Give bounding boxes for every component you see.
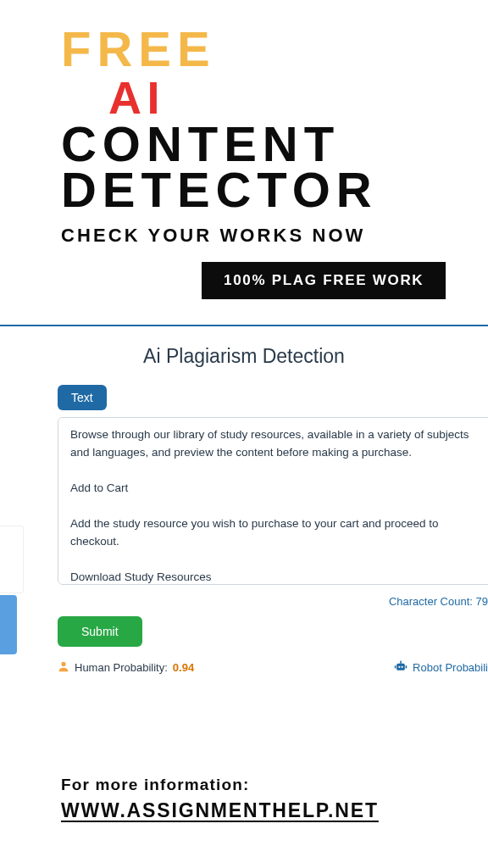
human-probability: Human Probability: 0.94 [58, 660, 194, 675]
hero-heading: FREE AI CONTENT DETECTOR [0, 0, 488, 216]
hero-word-detector: DETECTOR [61, 164, 488, 216]
svg-rect-4 [395, 666, 396, 669]
robot-label: Robot Probabili [413, 661, 488, 674]
svg-rect-0 [396, 664, 405, 670]
robot-icon [394, 660, 408, 675]
character-count: Character Count: 79 [0, 595, 488, 608]
submit-button[interactable]: Submit [58, 616, 142, 647]
svg-rect-5 [406, 666, 408, 669]
char-count-value: 79 [476, 595, 488, 608]
char-count-label: Character Count: [389, 595, 476, 608]
side-card-edge [0, 526, 24, 593]
human-value: 0.94 [173, 661, 194, 674]
footer-url[interactable]: WWW.ASSIGNMENTHELP.NET [61, 799, 379, 821]
robot-probability: Robot Probabili [394, 660, 488, 675]
tagline: CHECK YOUR WORKS NOW [61, 225, 488, 247]
content-textarea[interactable] [58, 417, 488, 585]
footer-label: For more information: [61, 776, 379, 794]
hero-word-free: FREE [61, 24, 488, 75]
svg-point-1 [398, 666, 400, 668]
detector-app: Ai Plagiarism Detection Text Character C… [0, 326, 488, 675]
person-icon [58, 660, 69, 675]
probability-results: Human Probability: 0.94 Robot Probabili [58, 660, 488, 675]
app-title: Ai Plagiarism Detection [0, 345, 488, 368]
svg-rect-3 [400, 661, 402, 664]
plag-free-badge: 100% PLAG FREE WORK [202, 262, 446, 299]
footer: For more information: WWW.ASSIGNMENTHELP… [61, 776, 379, 822]
svg-point-2 [402, 666, 403, 668]
side-widget[interactable] [0, 595, 17, 654]
tab-text[interactable]: Text [58, 385, 107, 410]
hero-word-ai: AI [108, 74, 488, 122]
human-label: Human Probability: [75, 661, 168, 674]
